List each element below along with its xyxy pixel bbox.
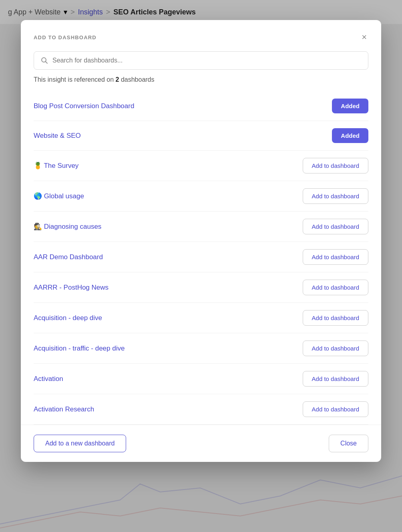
list-item: Activation ResearchAdd to dashboard — [34, 394, 368, 425]
dashboard-name[interactable]: Activation — [34, 375, 303, 383]
svg-line-1 — [46, 62, 48, 64]
list-item: Blog Post Conversion DashboardAdded — [34, 91, 368, 121]
dashboard-name[interactable]: Acquisition - traffic - deep dive — [34, 345, 303, 353]
search-container — [21, 51, 381, 76]
dashboard-name[interactable]: 🕵️ Diagnosing causes — [34, 222, 303, 231]
list-item: Website & SEOAdded — [34, 121, 368, 151]
dashboard-name[interactable]: Blog Post Conversion Dashboard — [34, 102, 332, 110]
list-item: AAR Demo DashboardAdd to dashboard — [34, 242, 368, 272]
modal-header: ADD TO DASHBOARD × — [21, 20, 381, 51]
dashboard-name[interactable]: Activation Research — [34, 405, 303, 413]
close-modal-button[interactable]: Close — [329, 435, 368, 452]
list-item: 🌎 Global usageAdd to dashboard — [34, 181, 368, 212]
search-box — [34, 51, 368, 70]
add-to-dashboard-button[interactable]: Add to dashboard — [303, 249, 368, 265]
list-item: AARRR - PostHog NewsAdd to dashboard — [34, 272, 368, 303]
add-to-dashboard-button[interactable]: Add to dashboard — [303, 310, 368, 326]
add-to-dashboard-button[interactable]: Add to dashboard — [303, 401, 368, 417]
dashboard-name[interactable]: Website & SEO — [34, 132, 332, 140]
search-icon — [40, 56, 48, 64]
reference-suffix: dashboards — [119, 76, 154, 83]
added-button[interactable]: Added — [332, 99, 368, 113]
list-item: ActivationAdd to dashboard — [34, 364, 368, 394]
list-item: 🕵️ Diagnosing causesAdd to dashboard — [34, 212, 368, 242]
dashboard-name[interactable]: AARRR - PostHog News — [34, 284, 303, 292]
add-to-dashboard-button[interactable]: Add to dashboard — [303, 188, 368, 204]
add-to-dashboard-button[interactable]: Add to dashboard — [303, 219, 368, 234]
reference-text: This insight is referenced on 2 dashboar… — [21, 76, 381, 91]
add-to-dashboard-modal: ADD TO DASHBOARD × This insight is refer… — [21, 20, 381, 462]
modal-footer: Add to a new dashboard Close — [21, 425, 381, 462]
list-item: 🍍 The SurveyAdd to dashboard — [34, 151, 368, 181]
add-to-dashboard-button[interactable]: Add to dashboard — [303, 280, 368, 295]
reference-prefix: This insight is referenced on — [34, 76, 116, 83]
dashboard-name[interactable]: AAR Demo Dashboard — [34, 253, 303, 261]
search-input[interactable] — [52, 57, 362, 64]
add-to-new-dashboard-button[interactable]: Add to a new dashboard — [34, 435, 126, 452]
dashboard-name[interactable]: Acquisition - deep dive — [34, 314, 303, 322]
dashboard-name[interactable]: 🍍 The Survey — [34, 161, 303, 170]
add-to-dashboard-button[interactable]: Add to dashboard — [303, 158, 368, 173]
close-button[interactable]: × — [360, 31, 368, 43]
list-item: Acquisition - deep diveAdd to dashboard — [34, 303, 368, 333]
list-item: Acquisition - traffic - deep diveAdd to … — [34, 333, 368, 364]
added-button[interactable]: Added — [332, 128, 368, 143]
add-to-dashboard-button[interactable]: Add to dashboard — [303, 371, 368, 387]
modal-title: ADD TO DASHBOARD — [34, 34, 96, 40]
dashboard-list: Blog Post Conversion DashboardAddedWebsi… — [21, 91, 381, 425]
dashboard-name[interactable]: 🌎 Global usage — [34, 192, 303, 200]
add-to-dashboard-button[interactable]: Add to dashboard — [303, 341, 368, 356]
